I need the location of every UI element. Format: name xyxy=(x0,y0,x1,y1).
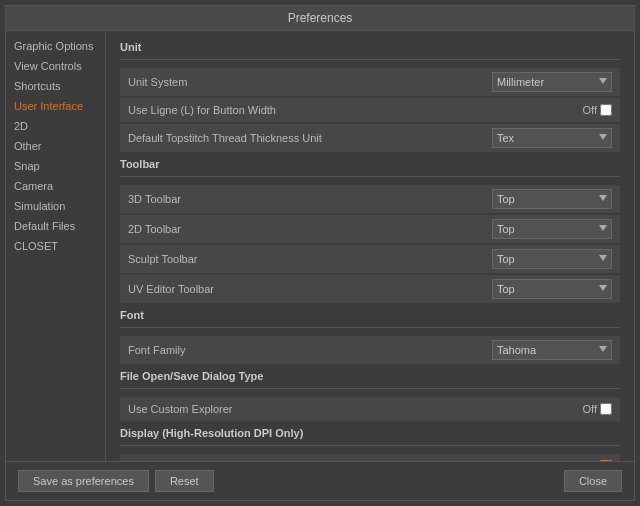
file-dialog-section-header: File Open/Save Dialog Type xyxy=(120,370,620,382)
toolbar-section-header: Toolbar xyxy=(120,158,620,170)
font-family-row: Font Family TahomaArialVerdana xyxy=(120,336,620,364)
save-preferences-button[interactable]: Save as preferences xyxy=(18,470,149,492)
topstitch-value: Tex Denier Nm xyxy=(492,128,612,148)
auto-scale-row: Automatic Scale On xyxy=(120,454,620,461)
font-family-value: TahomaArialVerdana xyxy=(492,340,612,360)
sculpt-toolbar-label: Sculpt Toolbar xyxy=(128,253,492,265)
unit-system-select[interactable]: Millimeter Inch Centimeter xyxy=(492,72,612,92)
unit-section: Unit Unit System Millimeter Inch Centime… xyxy=(120,41,620,152)
topstitch-row: Default Topstitch Thread Thickness Unit … xyxy=(120,124,620,152)
custom-explorer-checkbox[interactable] xyxy=(600,403,612,415)
sculpt-toolbar-row: Sculpt Toolbar TopBottomLeftRight xyxy=(120,245,620,273)
uv-toolbar-row: UV Editor Toolbar TopBottomLeftRight xyxy=(120,275,620,303)
font-family-select[interactable]: TahomaArialVerdana xyxy=(492,340,612,360)
sidebar-item-2d[interactable]: 2D xyxy=(6,116,105,136)
2d-toolbar-label: 2D Toolbar xyxy=(128,223,492,235)
custom-explorer-label: Use Custom Explorer xyxy=(128,403,583,415)
ligne-value: Off xyxy=(583,104,612,116)
display-section-header: Display (High-Resolution DPI Only) xyxy=(120,427,620,439)
sidebar-item-user-interface[interactable]: User Interface xyxy=(6,96,105,116)
dialog-footer: Save as preferences Reset Close xyxy=(6,461,634,500)
ligne-label: Use Ligne (L) for Button Width xyxy=(128,104,583,116)
uv-toolbar-label: UV Editor Toolbar xyxy=(128,283,492,295)
3d-toolbar-label: 3D Toolbar xyxy=(128,193,492,205)
font-family-label: Font Family xyxy=(128,344,492,356)
unit-system-value: Millimeter Inch Centimeter xyxy=(492,72,612,92)
custom-explorer-off-text: Off xyxy=(583,403,597,415)
sculpt-toolbar-select[interactable]: TopBottomLeftRight xyxy=(492,249,612,269)
ligne-off-text: Off xyxy=(583,104,597,116)
topstitch-select[interactable]: Tex Denier Nm xyxy=(492,128,612,148)
file-dialog-section: File Open/Save Dialog Type Use Custom Ex… xyxy=(120,370,620,421)
sidebar: Graphic OptionsView ControlsShortcutsUse… xyxy=(6,31,106,461)
sidebar-item-closet[interactable]: CLOSET xyxy=(6,236,105,256)
sidebar-item-snap[interactable]: Snap xyxy=(6,156,105,176)
ligne-checkbox[interactable] xyxy=(600,104,612,116)
sidebar-item-graphic-options[interactable]: Graphic Options xyxy=(6,36,105,56)
topstitch-label: Default Topstitch Thread Thickness Unit xyxy=(128,132,492,144)
reset-button[interactable]: Reset xyxy=(155,470,214,492)
3d-toolbar-row: 3D Toolbar TopBottomLeftRight xyxy=(120,185,620,213)
uv-toolbar-select[interactable]: TopBottomLeftRight xyxy=(492,279,612,299)
display-section: Display (High-Resolution DPI Only) Autom… xyxy=(120,427,620,461)
preferences-dialog: Preferences Graphic OptionsView Controls… xyxy=(5,5,635,501)
sculpt-toolbar-value: TopBottomLeftRight xyxy=(492,249,612,269)
2d-toolbar-row: 2D Toolbar TopBottomLeftRight xyxy=(120,215,620,243)
sidebar-item-other[interactable]: Other xyxy=(6,136,105,156)
unit-section-header: Unit xyxy=(120,41,620,53)
custom-explorer-row: Use Custom Explorer Off xyxy=(120,397,620,421)
font-section: Font Font Family TahomaArialVerdana xyxy=(120,309,620,364)
sidebar-item-default-files[interactable]: Default Files xyxy=(6,216,105,236)
2d-toolbar-value: TopBottomLeftRight xyxy=(492,219,612,239)
3d-toolbar-select[interactable]: TopBottomLeftRight xyxy=(492,189,612,209)
footer-left: Save as preferences Reset xyxy=(18,470,214,492)
ligne-row: Use Ligne (L) for Button Width Off xyxy=(120,98,620,122)
unit-system-label: Unit System xyxy=(128,76,492,88)
unit-system-row: Unit System Millimeter Inch Centimeter xyxy=(120,68,620,96)
sidebar-item-view-controls[interactable]: View Controls xyxy=(6,56,105,76)
sidebar-item-simulation[interactable]: Simulation xyxy=(6,196,105,216)
2d-toolbar-select[interactable]: TopBottomLeftRight xyxy=(492,219,612,239)
dialog-content: Graphic OptionsView ControlsShortcutsUse… xyxy=(6,31,634,461)
dialog-title: Preferences xyxy=(6,6,634,31)
sidebar-item-shortcuts[interactable]: Shortcuts xyxy=(6,76,105,96)
close-button[interactable]: Close xyxy=(564,470,622,492)
font-section-header: Font xyxy=(120,309,620,321)
3d-toolbar-value: TopBottomLeftRight xyxy=(492,189,612,209)
sidebar-item-camera[interactable]: Camera xyxy=(6,176,105,196)
toolbar-section: Toolbar 3D Toolbar TopBottomLeftRight 2D… xyxy=(120,158,620,303)
uv-toolbar-value: TopBottomLeftRight xyxy=(492,279,612,299)
custom-explorer-value: Off xyxy=(583,403,612,415)
main-panel: Unit Unit System Millimeter Inch Centime… xyxy=(106,31,634,461)
